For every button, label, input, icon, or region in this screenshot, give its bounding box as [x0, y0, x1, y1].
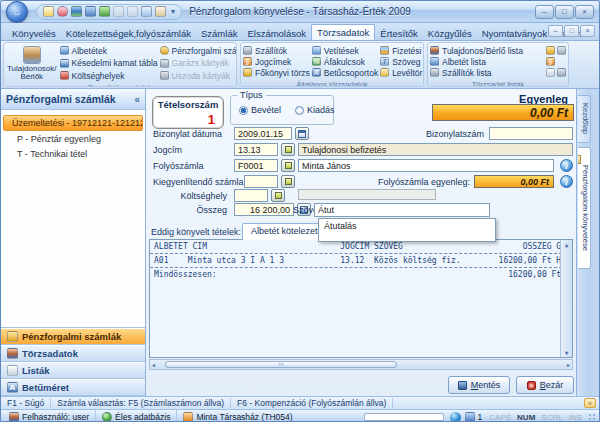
text-combobox[interactable]: Átut — [314, 203, 490, 217]
document-date-label: Bizonylat dátuma — [153, 129, 222, 139]
shield-icon[interactable] — [71, 6, 82, 17]
fokonyvi-torzs-button[interactable]: Főkönyvi törzs — [243, 67, 310, 78]
user-icon[interactable] — [85, 6, 96, 17]
tab-szamlak[interactable]: Számlák — [196, 26, 242, 40]
close-tab-icon[interactable]: × — [578, 155, 581, 164]
column-header-osszeg[interactable]: ÖSSZEG GY — [466, 242, 568, 251]
info-icon[interactable]: i — [560, 175, 573, 188]
account-item-technikai[interactable]: T - Technikai tétel — [3, 147, 143, 161]
workspace: Pénzforgalmi számlák « Üzemeltetési - 19… — [1, 89, 599, 396]
table-row[interactable]: A01 Minta utca 3 I A 1 3 13.12 Közös köl… — [150, 254, 572, 268]
penzforgalmi-szamlak-button[interactable]: Pénzforgalmi számlák — [160, 45, 237, 56]
scrollbar-thumb[interactable]: m — [165, 361, 397, 368]
current-account-code-field[interactable]: F0001 — [234, 159, 278, 172]
expand-hints-icon[interactable]: ˅ — [584, 398, 596, 408]
close-button[interactable]: × — [575, 5, 594, 19]
koltseghelyek-button[interactable]: Költséghelyek — [60, 70, 158, 81]
dropdown-option-atutalas[interactable]: Átutalás — [319, 219, 495, 233]
column-header-jogcim-szoveg[interactable]: JOGCÍM SZÖVEG — [340, 242, 466, 251]
eraser-icon[interactable] — [57, 6, 68, 17]
szallitok-button[interactable]: Szállítók — [243, 45, 310, 56]
save-button[interactable]: Mentés — [448, 376, 510, 394]
mdi-restore-button[interactable]: □ — [564, 25, 579, 37]
legal-title-lookup-button[interactable] — [281, 143, 295, 156]
status-company: Minta Társasház (TH054) — [177, 410, 298, 422]
folder-list-button[interactable] — [546, 45, 555, 56]
paragraph-list-button[interactable]: § — [546, 56, 555, 67]
settlement-invoice-lookup-button[interactable] — [281, 175, 295, 188]
close-form-button[interactable]: × Bezár — [516, 376, 574, 394]
albetet-lista-button[interactable]: Albetét lista — [430, 56, 544, 67]
mdi-close-button[interactable]: × — [580, 25, 595, 37]
note-icon[interactable] — [43, 6, 54, 17]
betucsoportok-button[interactable]: ABetűcsoportok — [312, 67, 378, 78]
szoveg-torzs-button[interactable]: TSzöveg törzs — [380, 56, 424, 67]
amount-field[interactable]: 16 200,00 — [234, 203, 294, 216]
sidebar-nav-torzsadatok[interactable]: Törzsadatok — [1, 345, 145, 362]
tab-elszamolasok[interactable]: Elszámolások — [242, 26, 311, 40]
sidebar-nav-listak[interactable]: Listák — [1, 362, 145, 379]
num-indicator: NUM — [514, 413, 538, 422]
minimize-button[interactable]: – — [535, 5, 554, 19]
tab-kozgyules[interactable]: Közgyűlés — [423, 26, 477, 40]
uszoda-kartyak-button: Uszoda kártyák — [160, 70, 237, 81]
legal-title-code-field[interactable]: 13.13 — [234, 143, 278, 156]
tab-nyomtatvanyok[interactable]: Nyomtatványok — [477, 26, 552, 40]
tab-ertesitok[interactable]: Értesítők — [375, 26, 423, 40]
calendar-button[interactable] — [295, 127, 309, 140]
page-list-button[interactable] — [546, 67, 555, 78]
sidebar-nav-penzforgalmi[interactable]: Pénzforgalmi számlák — [1, 328, 145, 345]
copy-icon[interactable] — [155, 6, 166, 17]
jogcimek-button[interactable]: §Jogcímek — [243, 56, 310, 67]
scroll-up-icon[interactable]: ▲ — [565, 241, 569, 248]
column-header-albetet-cim[interactable]: ALBETÉT CÍM — [154, 242, 340, 251]
tab-konyveles[interactable]: Könyvelés — [7, 26, 61, 40]
current-account-lookup-button[interactable] — [281, 159, 295, 172]
info-icon[interactable]: i — [560, 159, 573, 172]
maximize-button[interactable]: □ — [555, 5, 574, 19]
window-edge — [591, 89, 599, 396]
szallitok-lista-button[interactable]: Szállítók lista — [430, 67, 544, 78]
doc-tab-kezdolap[interactable]: Kezdőlap — [578, 95, 591, 143]
mail-icon[interactable] — [113, 6, 124, 17]
vertical-scrollbar[interactable]: ▲ ▼ — [560, 240, 572, 357]
doc-tab-penzforgalom[interactable]: Pénzforgalom könyvelése × — [578, 147, 591, 269]
tab-kotelezettsegek[interactable]: Kötelezettségek,folyószámlák — [61, 26, 196, 40]
account-item-penztar[interactable]: P - Pénztár egyenleg — [3, 132, 143, 146]
scroll-down-icon[interactable]: ▼ — [565, 349, 569, 356]
send-icon[interactable] — [127, 6, 138, 17]
leveltorzs-button[interactable]: Levéltörzs — [380, 67, 424, 78]
qat-more-icon[interactable]: ▾ — [171, 7, 175, 16]
ribbon-group-title: Általános törzsadatok — [241, 80, 423, 87]
document-number-field[interactable] — [489, 127, 573, 140]
horizontal-scrollbar[interactable]: ◂ m ▸ — [149, 359, 573, 370]
cost-center-field[interactable] — [234, 189, 268, 202]
locked-feature-2 — [557, 67, 566, 78]
resize-grip[interactable] — [587, 412, 597, 422]
tab-torzsadatok[interactable]: Törzsadatok — [311, 24, 375, 40]
afakulcsok-button[interactable]: %Áfakulcsok — [312, 56, 378, 67]
scroll-left-icon[interactable]: ◂ — [150, 361, 157, 368]
account-item-uzemeltetesi[interactable]: Üzemeltetési - 19712121-12121212- — [3, 115, 143, 131]
radio-bevetel[interactable]: Bevétel — [239, 105, 281, 115]
cost-center-lookup-button[interactable] — [271, 189, 285, 202]
radio-kiadas[interactable]: Kiadás — [295, 105, 335, 115]
save-icon[interactable] — [99, 6, 110, 17]
fizetesi-modok-button[interactable]: Fizetési módok — [380, 45, 424, 56]
settlement-invoice-label: Kiegyenlítendő számla — [153, 177, 244, 187]
document-date-field[interactable]: 2009.01.15 — [234, 127, 292, 140]
vetitesek-button[interactable]: Vetítések — [312, 45, 378, 56]
kesedelmi-kamat-button[interactable]: Késedelmi kamat tábla — [60, 58, 158, 69]
collapse-sidebar-icon[interactable]: « — [134, 94, 140, 105]
mdi-minimize-button[interactable]: – — [548, 25, 563, 37]
tulajdonosok-berlok-button[interactable]: Tulajdonosok/Bérlők — [6, 44, 58, 82]
document-icon[interactable] — [141, 6, 152, 17]
table-total-row: Mindösszesen: 16200,00 Ft — [150, 268, 572, 281]
albetetek-button[interactable]: Albetétek — [60, 45, 158, 56]
scroll-right-icon[interactable]: ▸ — [565, 361, 572, 368]
sidebar-nav-betumeret[interactable]: ABetűméret — [1, 379, 145, 396]
app-menu-button[interactable]: ⌂ — [6, 1, 28, 23]
tulajdonos-berlo-lista-button[interactable]: Tulajdonos/Bérlő lista — [430, 45, 544, 56]
sidebar-nav: Pénzforgalmi számlák Törzsadatok Listák … — [1, 327, 145, 396]
settlement-invoice-field[interactable] — [244, 175, 278, 188]
